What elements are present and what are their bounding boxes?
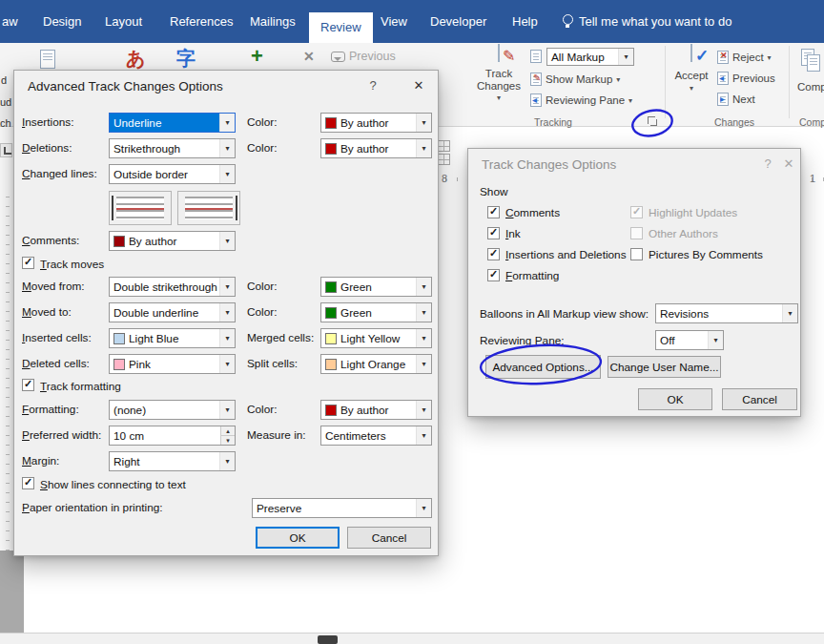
chevron-down-icon[interactable]: ▾	[219, 452, 235, 470]
show-markup-button[interactable]: Show Markup ▾	[530, 71, 620, 88]
margin-select[interactable]: Right ▾	[109, 451, 236, 471]
chevron-down-icon[interactable]: ▾	[219, 232, 235, 250]
chevron-down-icon[interactable]: ▾	[782, 304, 797, 322]
measure-in-select[interactable]: Centimeters ▾	[320, 426, 432, 446]
moved-from-select[interactable]: Double strikethrough ▾	[109, 277, 236, 297]
moved-from-value: Double strikethrough	[113, 280, 217, 294]
chevron-down-icon[interactable]: ▾	[416, 426, 431, 445]
changes-group-label: Changes	[701, 116, 768, 128]
deleted-cells-select[interactable]: Pink ▾	[109, 354, 236, 374]
insertions-deletions-checkbox[interactable]	[487, 248, 500, 260]
formatting-checkbox[interactable]	[487, 269, 500, 281]
spin-up-icon[interactable]: ▴	[221, 426, 235, 436]
insertions-color-select[interactable]: By author ▾	[320, 113, 432, 133]
chevron-down-icon[interactable]: ▾	[416, 303, 431, 322]
previous-change-button[interactable]: Previous	[717, 70, 775, 87]
chevron-down-icon[interactable]: ▾	[416, 278, 431, 296]
comments-value: By author	[129, 235, 177, 248]
inserted-cells-select[interactable]: Light Blue ▾	[109, 328, 236, 348]
track-changes-button[interactable]: Track Changes ▾	[474, 45, 524, 114]
delete-comment-icon[interactable]: ✕	[303, 49, 315, 64]
close-icon[interactable]: ✕	[781, 156, 796, 171]
tell-me-box[interactable]: Tell me what you want to do	[579, 0, 731, 43]
chevron-down-icon[interactable]: ▾	[618, 49, 633, 65]
tracking-dialog-launcher[interactable]	[647, 115, 658, 127]
chevron-down-icon[interactable]: ▾	[416, 499, 431, 517]
tab-mailings[interactable]: Mailings	[250, 0, 296, 43]
cancel-button[interactable]: Cancel	[722, 388, 797, 410]
chevron-down-icon[interactable]: ▾	[416, 355, 431, 373]
cancel-button[interactable]: Cancel	[347, 527, 431, 549]
close-icon[interactable]: ✕	[411, 78, 426, 93]
tab-review[interactable]: Review	[309, 12, 373, 43]
chevron-down-icon[interactable]: ▾	[219, 114, 235, 132]
moved-from-color-select[interactable]: Green ▾	[320, 277, 432, 297]
tab-view[interactable]: View	[381, 0, 407, 43]
chevron-down-icon[interactable]: ▾	[416, 401, 431, 419]
vertical-ruler[interactable]	[0, 188, 11, 551]
tab-references[interactable]: References	[170, 0, 233, 43]
ink-checkbox[interactable]	[487, 227, 500, 239]
tab-developer[interactable]: Developer	[430, 0, 486, 43]
formatting-select[interactable]: (none) ▾	[109, 400, 236, 420]
deletions-select[interactable]: Strikethrough ▾	[109, 138, 236, 158]
show-lines-checkbox[interactable]	[22, 477, 34, 489]
merged-cells-select[interactable]: Light Yellow ▾	[320, 328, 432, 348]
quantity-stepper[interactable]: ▴▾	[220, 426, 235, 445]
chevron-down-icon[interactable]: ▾	[416, 114, 431, 132]
chevron-down-icon[interactable]: ▾	[708, 331, 723, 349]
changed-lines-select[interactable]: Outside border ▾	[109, 164, 236, 184]
other-authors-checkbox	[630, 227, 643, 239]
ribbon-left-fragment-2: ud	[0, 96, 11, 108]
reviewing-pane-select[interactable]: Off ▾	[655, 330, 724, 350]
moved-to-select[interactable]: Double underline ▾	[109, 302, 236, 322]
chevron-down-icon[interactable]: ▾	[219, 401, 235, 419]
chevron-down-icon[interactable]: ▾	[416, 329, 431, 347]
help-icon[interactable]: ?	[365, 78, 381, 93]
insertions-select[interactable]: Underline ▾	[109, 113, 236, 133]
reviewing-pane-button[interactable]: Reviewing Pane ▾	[530, 92, 632, 109]
chevron-down-icon[interactable]: ▾	[219, 329, 235, 347]
ok-button[interactable]: OK	[256, 527, 340, 549]
split-cells-select[interactable]: Light Orange ▾	[320, 354, 432, 374]
deletions-color-select[interactable]: By author ▾	[320, 138, 432, 158]
formatting-color-select[interactable]: By author ▾	[320, 400, 432, 420]
tab-stop-selector[interactable]	[0, 143, 12, 157]
translate-simplified-icon[interactable]: あ	[126, 46, 145, 72]
moved-to-color-select[interactable]: Green ▾	[320, 302, 432, 322]
display-for-review-select[interactable]: All Markup ▾	[546, 48, 634, 66]
next-change-button[interactable]: Next	[717, 91, 755, 108]
comments-color-select[interactable]: By author ▾	[109, 231, 236, 251]
reject-button[interactable]: Reject ▾	[717, 49, 772, 66]
help-icon[interactable]: ?	[760, 156, 775, 171]
chevron-down-icon[interactable]: ▾	[219, 355, 235, 373]
tab-design[interactable]: Design	[43, 0, 81, 43]
advanced-options-button[interactable]: Advanced Options...	[485, 355, 601, 379]
chevron-down-icon[interactable]: ▾	[416, 139, 431, 157]
spin-down-icon[interactable]: ▾	[221, 436, 235, 445]
chevron-down-icon[interactable]: ▾	[219, 278, 235, 296]
chevron-down-icon[interactable]: ▾	[219, 139, 235, 157]
chevron-down-icon[interactable]: ▾	[219, 303, 235, 322]
reject-icon	[717, 51, 729, 64]
ribbon-left-fragment-3: ch	[0, 117, 11, 129]
translate-traditional-icon[interactable]: 字	[176, 46, 196, 72]
chevron-down-icon[interactable]: ▾	[219, 165, 235, 183]
accept-button[interactable]: Accept ▾	[670, 45, 713, 114]
tab-layout[interactable]: Layout	[105, 0, 142, 43]
balloons-select[interactable]: Revisions ▾	[655, 303, 798, 323]
change-user-name-button[interactable]: Change User Name...	[608, 356, 721, 378]
color-label: Color:	[247, 403, 277, 416]
paper-orientation-select[interactable]: Preserve ▾	[252, 498, 432, 518]
new-comment-icon[interactable]: +	[251, 44, 263, 69]
track-moves-checkbox[interactable]	[22, 257, 34, 269]
tab-draw-partial[interactable]: aw	[2, 0, 18, 43]
ok-button[interactable]: OK	[638, 388, 712, 410]
previous-comment-label[interactable]: Previous	[349, 50, 396, 63]
compare-button-label[interactable]: Comp	[797, 81, 824, 93]
preferred-width-input[interactable]: 10 cm ▴▾	[109, 426, 236, 446]
comments-checkbox[interactable]	[487, 206, 500, 218]
pictures-by-comments-checkbox[interactable]	[630, 248, 643, 260]
track-formatting-checkbox[interactable]	[22, 379, 34, 391]
tab-help[interactable]: Help	[512, 0, 538, 43]
